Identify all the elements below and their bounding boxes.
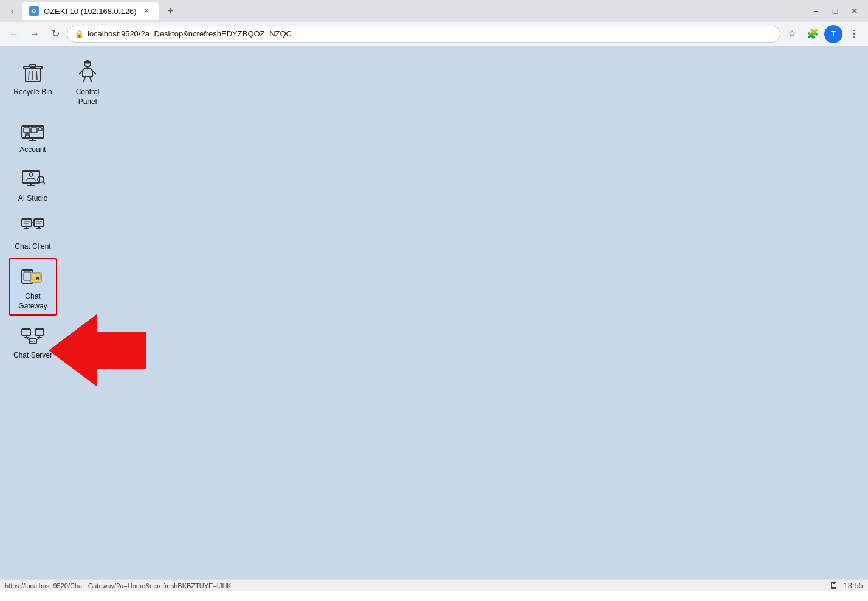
chat-gateway-label: Chat Gateway [12,292,53,311]
svg-point-25 [29,173,33,176]
browser-chrome: ‹ O OZEKI 10 (192.168.0.126) ✕ + − □ ✕ [0,0,868,22]
status-bar: https://localhost:9520/Chat+Gateway/?a=H… [0,579,868,591]
extensions-button[interactable]: 🧩 [804,25,822,43]
recycle-bin-label: Recycle Bin [13,88,52,97]
svg-line-21 [29,135,30,138]
chat-gateway-icon[interactable]: Chat Gateway [9,258,57,316]
svg-rect-17 [31,128,37,133]
taskbar-time: 13:55 [843,581,863,590]
address-bar[interactable]: 🔒 localhost:9520/?a=Desktop&ncrefreshEDY… [67,26,780,43]
svg-rect-28 [22,219,32,226]
ai-studio-label: AI Studio [18,194,48,204]
svg-rect-39 [24,272,31,280]
ai-studio-icon[interactable]: AI Studio [9,161,57,207]
svg-rect-31 [34,219,44,226]
address-bar-row: ← → ↻ 🔒 localhost:9520/?a=Desktop&ncrefr… [0,22,868,46]
svg-rect-19 [26,133,29,135]
reload-button[interactable]: ↻ [46,25,64,43]
chat-server-image [19,322,46,349]
tab-title: OZEKI 10 (192.168.0.126) [44,7,136,16]
icon-row-5: Chat Gateway [9,258,112,316]
chat-gateway-image [19,263,46,290]
status-url: https://localhost:9520/Chat+Gateway/?a=H… [5,582,232,589]
svg-line-11 [84,77,85,82]
chat-server-label: Chat Server [13,351,52,361]
recycle-bin-image [19,58,46,85]
browser-menu-button[interactable]: ⋮ [845,25,863,43]
profile-button[interactable]: T [824,25,842,43]
control-panel-image [74,58,101,85]
address-text: localhost:9520/?a=Desktop&ncrefreshEDYZB… [88,29,773,38]
control-panel-icon[interactable]: Control Panel [63,55,112,110]
tab-close-button[interactable]: ✕ [141,5,152,16]
tab-favicon: O [29,6,39,16]
window-controls: − □ ✕ [807,2,863,19]
account-image [19,116,46,143]
icon-row-2: Account [9,113,112,159]
bookmark-button[interactable]: ☆ [783,25,801,43]
desktop: Recycle Bin [0,46,868,579]
svg-rect-45 [35,329,44,335]
new-tab-button[interactable]: + [162,2,179,19]
svg-rect-8 [86,61,89,63]
svg-point-53 [34,341,35,342]
back-button[interactable]: ← [5,25,23,43]
close-button[interactable]: ✕ [846,2,863,19]
taskbar-monitor-icon: 🖥 [828,580,838,591]
svg-rect-42 [22,329,30,335]
recycle-bin-icon[interactable]: Recycle Bin [9,55,57,110]
account-icon[interactable]: Account [9,113,57,159]
svg-point-52 [32,341,33,342]
desktop-icons-container: Recycle Bin [6,52,114,369]
svg-rect-18 [38,128,42,131]
ai-studio-image [19,165,46,192]
svg-point-26 [38,176,44,182]
chat-client-image [19,213,46,240]
icon-row-6: Chat Server [9,318,112,364]
icon-row-3: AI Studio [9,161,112,207]
chat-client-icon[interactable]: Chat Client [9,209,57,255]
minimize-button[interactable]: − [807,2,824,19]
chat-client-label: Chat Client [15,242,50,252]
icon-row-4: Chat Client [9,209,112,255]
svg-rect-16 [24,128,30,133]
lock-icon: 🔒 [75,30,84,38]
forward-button[interactable]: → [26,25,44,43]
svg-line-3 [29,71,29,80]
control-panel-label: Control Panel [66,88,109,106]
icon-row-1: Recycle Bin [9,55,112,110]
maximize-button[interactable]: □ [827,2,844,19]
account-label: Account [19,145,46,155]
tab-prev-button[interactable]: ‹ [5,4,19,18]
svg-line-5 [36,71,37,80]
svg-line-20 [25,135,26,138]
svg-line-27 [43,182,45,184]
browser-tab[interactable]: O OZEKI 10 (192.168.0.126) ✕ [22,2,159,20]
chat-server-icon[interactable]: Chat Server [9,318,57,364]
tab-bar: ‹ O OZEKI 10 (192.168.0.126) ✕ + [5,2,800,20]
svg-point-51 [30,341,32,342]
svg-line-12 [90,77,91,82]
